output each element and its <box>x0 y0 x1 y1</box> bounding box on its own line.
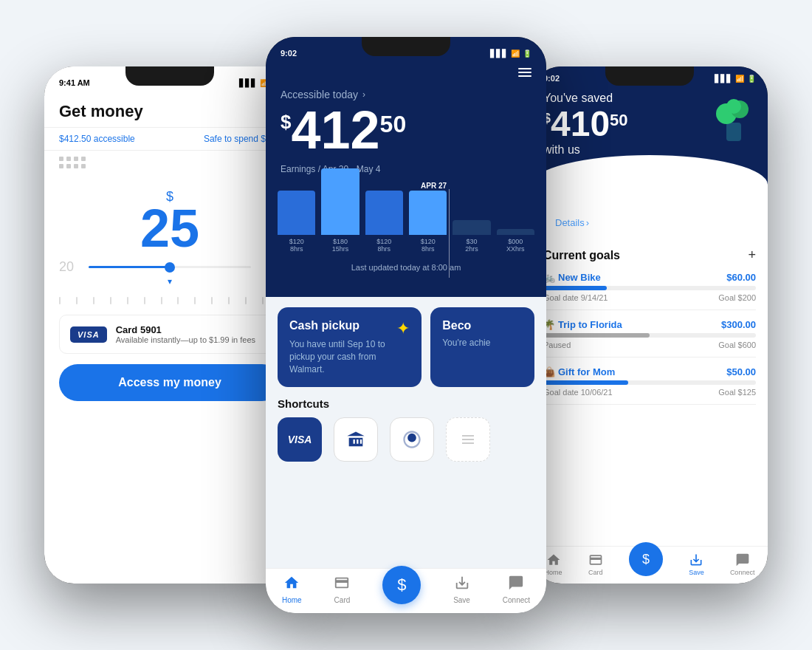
phones-container: 9:41 AM ▋▋▋ 📶 🔋 Get money × $412.50 acce… <box>0 0 812 650</box>
big-number: 412 <box>291 103 379 157</box>
chart-bar-sublabel-2: 15hrs <box>332 245 349 253</box>
right-nav-fab[interactable]: $ <box>629 542 663 576</box>
right-top: 9:02 ▋▋▋ 📶 🔋 You've <box>531 66 768 214</box>
hamburger-menu[interactable] <box>518 68 531 77</box>
center-status-time: 9:02 <box>281 49 297 58</box>
chart-bar-group: $120 8hrs <box>409 191 447 253</box>
chart-bar-4 <box>409 191 447 235</box>
goals-add-button[interactable]: + <box>748 247 756 263</box>
chart-bar-5 <box>453 220 490 235</box>
chart-bar-sublabel-4: 8hrs <box>422 245 435 253</box>
goal-progress-fill-florida <box>543 333 650 338</box>
goal-date-mom: Goal date 10/06/21 <box>543 388 613 397</box>
updated-text: Last updated today at 8:00 am <box>266 256 546 282</box>
access-money-button[interactable]: Access my money <box>59 364 281 401</box>
dots-grid <box>44 151 295 174</box>
dot <box>74 164 78 168</box>
right-wave <box>531 155 768 214</box>
chart-bar-label-2: $180 <box>333 238 348 245</box>
tick <box>194 297 196 304</box>
promo-cards-row: Cash pickup ✦ You have until Sep 10 to p… <box>266 297 546 397</box>
promo-card-achieve[interactable]: Beco You're achie <box>430 307 534 387</box>
big-cents: 50 <box>380 111 407 138</box>
right-nav-connect[interactable]: Connect <box>730 552 755 576</box>
tick <box>59 297 61 304</box>
svg-point-4 <box>726 99 741 114</box>
right-goals-section: Current goals + 🚲 New Bike $60.00 <box>531 237 768 546</box>
tick <box>211 297 213 304</box>
promo-card-pickup[interactable]: Cash pickup ✦ You have until Sep 10 to p… <box>278 307 422 387</box>
card-section[interactable]: VISA Card 5901 Available instantly—up to… <box>59 315 281 354</box>
notch-right <box>605 66 694 86</box>
goal-name-florida: 🌴 Trip to Florida <box>543 319 622 330</box>
plant-decoration <box>712 93 756 151</box>
nav-connect[interactable]: Connect <box>503 575 530 604</box>
goal-row-2: 🌴 Trip to Florida $300.00 <box>543 319 756 330</box>
shortcut-extra[interactable] <box>446 417 490 462</box>
goal-name-mom: 👜 Gift for Mom <box>543 366 615 377</box>
nav-home-label: Home <box>282 596 302 604</box>
goal-target-bike: Goal $200 <box>718 293 756 302</box>
right-nav-save[interactable]: Save <box>689 552 704 576</box>
walmart-star-icon: ✦ <box>396 319 410 338</box>
chart-bar-label-5: $30 <box>466 238 477 245</box>
right-nav-save-label: Save <box>689 569 704 576</box>
goals-header: Current goals + <box>543 247 756 263</box>
card-name: Card 5901 <box>116 324 266 335</box>
promo-card2-text: You're achie <box>442 337 523 349</box>
details-arrow-icon: › <box>586 217 589 228</box>
save-icon <box>454 575 470 595</box>
earnings-chart: APR 27 ▼ $120 8hrs $180 15hrs <box>266 182 546 256</box>
goal-amount-florida: $300.00 <box>721 319 756 330</box>
goal-amount-bike: $60.00 <box>726 272 756 283</box>
accessible-arrow-icon[interactable]: › <box>362 89 365 100</box>
tick <box>262 297 264 304</box>
dollar-fab-icon: $ <box>397 575 406 595</box>
goal-item-florida: 🌴 Trip to Florida $300.00 Paused Goal $6… <box>543 319 756 358</box>
dot <box>59 164 63 168</box>
slider-track[interactable] <box>89 266 251 268</box>
chart-bar-3 <box>365 191 403 235</box>
right-nav-home[interactable]: Home <box>545 552 562 576</box>
shortcut-save[interactable] <box>390 417 434 462</box>
big-amount: $ 412 50 <box>266 102 546 164</box>
nav-save-label: Save <box>453 596 470 604</box>
slider-thumb <box>165 262 175 273</box>
goal-item-bike: 🚲 New Bike $60.00 Goal date 9/14/21 Goal… <box>543 272 756 310</box>
nav-card-label: Card <box>334 596 351 604</box>
right-dollar-fab-icon: $ <box>642 552 650 567</box>
chart-bar-group: $30 2hrs <box>453 220 490 253</box>
goal-subrow-florida: Paused Goal $600 <box>543 341 756 349</box>
nav-home[interactable]: Home <box>282 575 302 604</box>
goal-target-mom: Goal $125 <box>718 388 756 397</box>
chart-bar-group: $180 15hrs <box>321 168 359 253</box>
nav-fab-center[interactable]: $ <box>382 566 421 604</box>
slider-section: $ 25 20 30 ▾ <box>44 174 295 294</box>
goal-progress-fill-mom <box>543 380 628 385</box>
right-nav-card[interactable]: Card <box>588 552 603 576</box>
saved-cents: 50 <box>610 111 627 130</box>
phone-center: 9:02 ▋▋▋ 📶 🔋 Accessible today <box>266 37 546 613</box>
chart-bar-sublabel-3: 8hrs <box>378 245 391 253</box>
dot <box>59 157 63 161</box>
slider-min: 20 <box>59 259 74 275</box>
tick <box>110 297 111 304</box>
dot <box>66 157 71 161</box>
nav-save[interactable]: Save <box>453 575 470 604</box>
goal-target-florida: Goal $600 <box>718 341 756 349</box>
tick-marks <box>44 294 295 307</box>
connect-icon <box>508 575 524 595</box>
shortcut-bank[interactable] <box>334 417 378 462</box>
dot <box>81 164 86 168</box>
shortcut-visa[interactable]: VISA <box>278 417 322 462</box>
right-nav-card-label: Card <box>588 569 603 576</box>
goal-progress-mom <box>543 380 756 385</box>
promo-card-text: You have until Sep 10 to pickup your cas… <box>289 338 410 375</box>
goal-date-florida: Paused <box>543 341 571 349</box>
details-link[interactable]: Details › <box>543 214 756 234</box>
goal-name-bike: 🚲 New Bike <box>543 272 601 283</box>
chart-bar-sublabel-6: XXhrs <box>506 245 525 253</box>
nav-card[interactable]: Card <box>334 575 350 604</box>
goal-item-mom: 👜 Gift for Mom $50.00 Goal date 10/06/21… <box>543 366 756 405</box>
goal-row-3: 👜 Gift for Mom $50.00 <box>543 366 756 377</box>
